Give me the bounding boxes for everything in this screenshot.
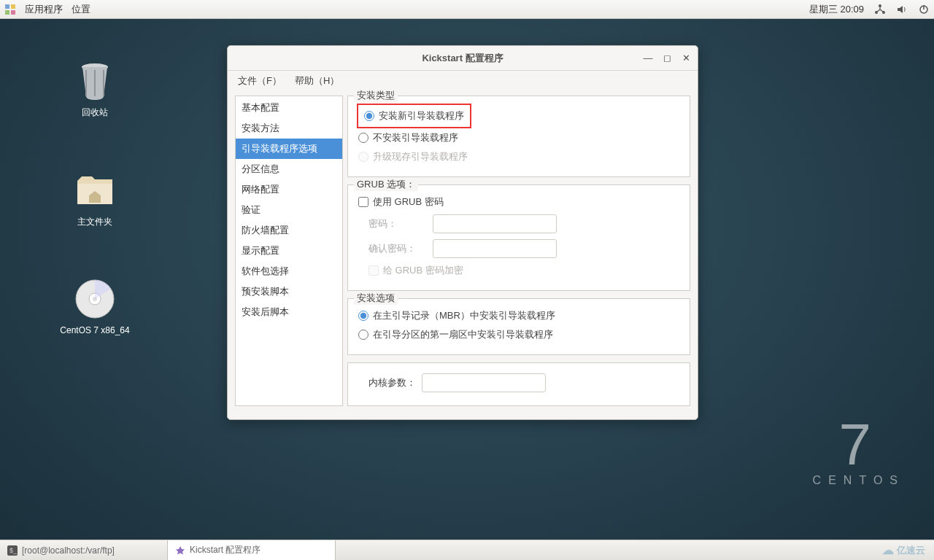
desktop-icon-trash[interactable]: 回收站 (58, 58, 131, 119)
top-panel: 应用程序 位置 星期三 20:09 (0, 0, 934, 19)
input-password (433, 214, 557, 233)
desktop-icon-home[interactable]: 主文件夹 (58, 168, 131, 228)
checkbox-use-grub-password-input[interactable] (358, 197, 368, 207)
checkbox-use-grub-password[interactable]: 使用 GRUB 密码 (357, 192, 681, 211)
row-password: 密码： (357, 211, 681, 236)
input-kernel-params[interactable] (422, 373, 546, 392)
label-kernel-params: 内核参数： (368, 376, 416, 389)
power-icon[interactable] (918, 4, 930, 15)
group-grub-options: GRUB 选项： 使用 GRUB 密码 密码： 确认密码： 给 GRUB 密码加… (347, 184, 690, 291)
sidebar-item-firewall[interactable]: 防火墙配置 (236, 220, 342, 241)
window-close-button[interactable]: ✕ (679, 50, 693, 65)
cloud-icon: ☁ (882, 543, 894, 557)
apps-menu[interactable]: 应用程序 (25, 3, 63, 16)
window-title: Kickstart 配置程序 (422, 52, 503, 65)
content-pane: 安装类型 安装新引导装载程序 不安装引导装载程序 升级现存引导装载程序 (347, 96, 690, 406)
taskbar: $_ [root@localhost:/var/ftp] Kickstart 配… (0, 540, 934, 560)
group-title: 安装类型 (354, 89, 398, 102)
svg-point-4 (879, 4, 881, 7)
svg-rect-2 (5, 10, 9, 15)
row-password-confirm: 确认密码： (357, 236, 681, 261)
input-password-confirm (433, 239, 557, 258)
centos-watermark: 7 CENTOS (813, 416, 905, 487)
sidebar-item-prescript[interactable]: 预安装脚本 (236, 281, 342, 302)
taskbar-item-kickstart[interactable]: Kickstart 配置程序 (168, 540, 336, 560)
kickstart-icon (175, 545, 185, 556)
radio-install-upgrade: 升级现存引导装载程序 (357, 147, 681, 166)
menu-help[interactable]: 帮助（H） (295, 74, 339, 88)
sidebar-item-install-method[interactable]: 安装方法 (236, 118, 342, 139)
cd-icon (73, 277, 117, 321)
sidebar-item-bootloader[interactable]: 引导装载程序选项 (236, 139, 342, 159)
trash-icon (73, 58, 117, 102)
sidebar-item-partition[interactable]: 分区信息 (236, 159, 342, 179)
clock[interactable]: 星期三 20:09 (809, 3, 864, 16)
desktop-icon-label: 回收站 (58, 106, 131, 119)
svg-rect-1 (11, 4, 15, 9)
window-minimize-button[interactable]: — (641, 50, 655, 65)
group-title: 安装选项 (354, 292, 398, 305)
radio-install-mbr-input[interactable] (358, 311, 368, 321)
sidebar-item-network[interactable]: 网络配置 (236, 179, 342, 200)
window-titlebar[interactable]: Kickstart 配置程序 — ◻ ✕ (228, 46, 698, 71)
svg-rect-0 (5, 4, 9, 9)
network-icon[interactable] (874, 4, 886, 15)
group-install-options: 安装选项 在主引导记录（MBR）中安装引导装载程序 在引导分区的第一扇区中安装引… (347, 298, 690, 355)
label-password-confirm: 确认密码： (368, 242, 427, 255)
folder-icon (73, 168, 117, 211)
sidebar-item-display[interactable]: 显示配置 (236, 241, 342, 261)
menubar: 文件（F） 帮助（H） (228, 71, 698, 91)
group-install-type: 安装类型 安装新引导装载程序 不安装引导装载程序 升级现存引导装载程序 (347, 96, 690, 177)
radio-install-first-sector-input[interactable] (358, 330, 368, 340)
radio-install-none[interactable]: 不安装引导装载程序 (357, 128, 681, 147)
sidebar-item-basic[interactable]: 基本配置 (236, 98, 342, 118)
label-password: 密码： (368, 217, 427, 230)
radio-install-mbr[interactable]: 在主引导记录（MBR）中安装引导装载程序 (357, 306, 681, 325)
desktop-icon-label: CentOS 7 x86_64 (51, 325, 139, 335)
volume-icon[interactable] (896, 4, 908, 15)
sidebar-item-postscript[interactable]: 安装后脚本 (236, 302, 342, 322)
radio-install-upgrade-input (358, 152, 368, 162)
provider-watermark: ☁ 亿速云 (882, 543, 925, 557)
desktop-icon-label: 主文件夹 (58, 216, 131, 228)
apps-menu-icon[interactable] (4, 4, 16, 15)
radio-install-new[interactable]: 安装新引导装载程序 (363, 106, 466, 125)
group-title: GRUB 选项： (354, 178, 418, 191)
row-kernel-params: 内核参数： (357, 370, 681, 395)
taskbar-item-terminal[interactable]: $_ [root@localhost:/var/ftp] (0, 540, 168, 560)
checkbox-encrypt-grub: 给 GRUB 密码加密 (357, 261, 681, 280)
svg-rect-3 (11, 10, 15, 15)
menu-file[interactable]: 文件（F） (238, 74, 282, 88)
sidebar: 基本配置 安装方法 引导装载程序选项 分区信息 网络配置 验证 防火墙配置 显示… (235, 96, 343, 406)
sidebar-item-packages[interactable]: 软件包选择 (236, 261, 342, 281)
radio-install-new-input[interactable] (364, 111, 374, 121)
checkbox-encrypt-grub-input (368, 265, 379, 276)
sidebar-item-auth[interactable]: 验证 (236, 200, 342, 220)
places-menu[interactable]: 位置 (72, 3, 90, 16)
group-kernel-params: 内核参数： (347, 362, 690, 406)
desktop-icon-cd[interactable]: CentOS 7 x86_64 (51, 277, 139, 335)
radio-install-first-sector[interactable]: 在引导分区的第一扇区中安装引导装载程序 (357, 325, 681, 344)
kickstart-window: Kickstart 配置程序 — ◻ ✕ 文件（F） 帮助（H） 基本配置 安装… (227, 45, 698, 420)
highlight-box: 安装新引导装载程序 (357, 104, 471, 128)
terminal-icon: $_ (7, 545, 18, 556)
svg-text:$_: $_ (9, 547, 18, 554)
radio-install-none-input[interactable] (358, 133, 368, 143)
window-maximize-button[interactable]: ◻ (660, 50, 674, 65)
